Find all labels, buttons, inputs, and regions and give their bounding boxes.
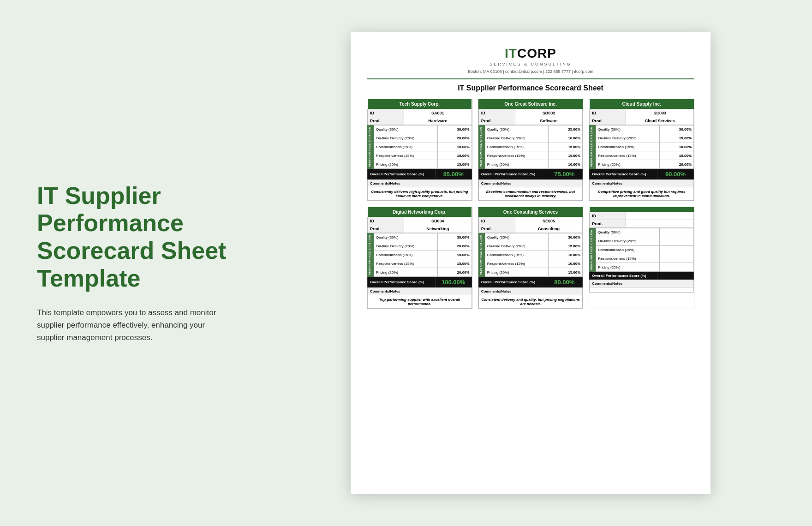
logo-it: IT (505, 46, 517, 60)
comments-text-0: Consistently delivers high-quality produ… (368, 187, 472, 201)
criteria-value-5-3 (659, 254, 693, 263)
prod-value-0: Hardware (404, 117, 472, 125)
prod-label-3: Prod. (368, 225, 404, 233)
criteria-value-0-0: 30.00% (437, 126, 472, 134)
comments-label-2: Comments/Notes (590, 180, 694, 187)
prod-label-1: Prod. (478, 117, 515, 125)
performance-criteria-label-5: PERFORMANCE CRITERIA (589, 228, 596, 272)
criteria-value-1-2: 15.00% (549, 143, 583, 151)
criteria-value-4-2: 10.00% (549, 251, 583, 259)
criteria-label-4-3: Responsiveness (15%) (485, 259, 549, 268)
supplier-name-2: Cloud Supply Inc. (590, 99, 694, 109)
overall-label-4: Overall Performance Score (%) (478, 277, 546, 287)
prod-label-2: Prod. (590, 117, 626, 125)
scorecard-grid: Tech Supply Corp.IDSA001Prod.HardwarePER… (367, 99, 694, 309)
comments-label-5: Comments/Notes (590, 280, 694, 287)
supplier-name-0: Tech Supply Corp. (368, 99, 472, 109)
overall-value-1: 75.00% (546, 169, 583, 179)
overall-value-0: 85.00% (435, 169, 472, 179)
id-label-5: ID (590, 212, 626, 220)
prod-value-5 (626, 220, 694, 228)
criteria-label-3-1: On-time Delivery (20%) (374, 242, 438, 251)
prod-value-1: Software (515, 117, 583, 125)
id-value-5 (626, 212, 694, 220)
criteria-label-5-3: Responsiveness (15%) (596, 254, 660, 263)
criteria-label-5-4: Pricing (20%) (596, 263, 660, 272)
criteria-value-3-2: 15.00% (437, 251, 472, 259)
prod-value-3: Networking (404, 225, 472, 233)
criteria-label-2-3: Responsiveness (15%) (596, 151, 660, 160)
criteria-label-5-0: Quality (30%) (596, 228, 660, 237)
performance-criteria-label-1: PERFORMANCE CRITERIA (478, 125, 485, 169)
criteria-value-0-3: 10.00% (437, 151, 472, 160)
criteria-value-0-4: 15.00% (437, 160, 472, 169)
criteria-value-3-4: 20.00% (437, 268, 472, 277)
scorecard-0: Tech Supply Corp.IDSA001Prod.HardwarePER… (367, 99, 472, 201)
supplier-name-5 (590, 207, 694, 212)
prod-label-0: Prod. (368, 117, 404, 125)
comments-label-4: Comments/Notes (478, 288, 583, 295)
header-divider (367, 78, 694, 79)
document-header: ITCORP SERVICES & CONSULTING Boston, MA … (367, 46, 694, 74)
page-description: This template empowers you to assess and… (37, 306, 231, 344)
id-value-3: SD004 (404, 217, 472, 225)
id-label-3: ID (368, 217, 404, 225)
criteria-value-3-0: 30.00% (437, 233, 472, 242)
criteria-value-3-3: 15.00% (437, 259, 472, 268)
logo-corp: CORP (517, 46, 556, 60)
comments-text-4: Consistent delivery and quality, but pri… (478, 295, 583, 309)
criteria-label-0-3: Responsiveness (15%) (374, 151, 438, 160)
overall-value-5 (657, 272, 694, 280)
contact-info: Boston, MA 02108 | contact@itcorp.com | … (367, 69, 694, 74)
criteria-value-5-0 (659, 228, 693, 237)
criteria-value-2-1: 15.00% (659, 134, 693, 143)
criteria-label-1-0: Quality (30%) (485, 126, 549, 134)
document: ITCORP SERVICES & CONSULTING Boston, MA … (351, 32, 710, 494)
logo-subtitle: SERVICES & CONSULTING (367, 62, 694, 66)
id-label-1: ID (478, 109, 515, 117)
overall-value-4: 80.00% (546, 277, 583, 287)
scorecard-2: Cloud Supply Inc.IDSC003Prod.Cloud Servi… (589, 99, 694, 201)
criteria-value-4-1: 15.00% (549, 242, 583, 251)
page-title: IT Supplier Performance Scorecard Sheet … (37, 182, 231, 293)
id-value-4: SE005 (515, 217, 583, 225)
criteria-value-5-4 (659, 263, 693, 272)
overall-label-1: Overall Performance Score (%) (478, 169, 546, 179)
criteria-label-0-2: Communication (15%) (374, 143, 438, 151)
criteria-label-3-2: Communication (15%) (374, 251, 438, 259)
criteria-label-5-1: On-time Delivery (20%) (596, 237, 660, 245)
criteria-label-4-2: Communication (15%) (485, 251, 549, 259)
criteria-value-3-1: 20.00% (437, 242, 472, 251)
criteria-label-1-3: Responsiveness (15%) (485, 151, 549, 160)
criteria-label-4-4: Pricing (20%) (485, 268, 549, 277)
performance-criteria-label-4: PERFORMANCE CRITERIA (478, 233, 485, 277)
overall-value-2: 90.00% (657, 169, 694, 179)
criteria-label-3-3: Responsiveness (15%) (374, 259, 438, 268)
overall-value-3: 100.00% (435, 277, 472, 287)
criteria-label-0-4: Pricing (20%) (374, 160, 438, 169)
criteria-label-4-1: On-time Delivery (20%) (485, 242, 549, 251)
criteria-label-3-0: Quality (30%) (374, 233, 438, 242)
scorecard-5: IDProd.PERFORMANCE CRITERIAQuality (30%)… (589, 207, 694, 309)
criteria-value-2-2: 10.00% (659, 143, 693, 151)
criteria-value-0-2: 10.00% (437, 143, 472, 151)
comments-text-1: Excellent communication and responsivene… (478, 187, 583, 201)
criteria-label-1-2: Communication (15%) (485, 143, 549, 151)
comments-text-5 (590, 287, 694, 293)
supplier-name-3: Digital Networking Corp. (368, 207, 472, 217)
document-title: IT Supplier Performance Scorecard Sheet (367, 84, 694, 92)
overall-label-3: Overall Performance Score (%) (368, 277, 436, 287)
id-label-0: ID (368, 109, 404, 117)
criteria-value-4-3: 10.00% (549, 259, 583, 268)
logo: ITCORP (367, 46, 694, 61)
criteria-value-4-0: 30.00% (549, 233, 583, 242)
criteria-label-0-1: On-time Delivery (20%) (374, 134, 438, 143)
performance-criteria-label-2: PERFORMANCE CRITERIA (589, 125, 596, 169)
criteria-value-2-4: 20.00% (659, 160, 693, 169)
criteria-value-5-2 (659, 245, 693, 254)
prod-label-4: Prod. (478, 225, 515, 233)
id-label-2: ID (590, 109, 626, 117)
id-label-4: ID (478, 217, 515, 225)
criteria-label-1-4: Pricing (20%) (485, 160, 549, 169)
scorecard-4: One Consulting ServicesIDSE005Prod.Consu… (478, 207, 584, 309)
